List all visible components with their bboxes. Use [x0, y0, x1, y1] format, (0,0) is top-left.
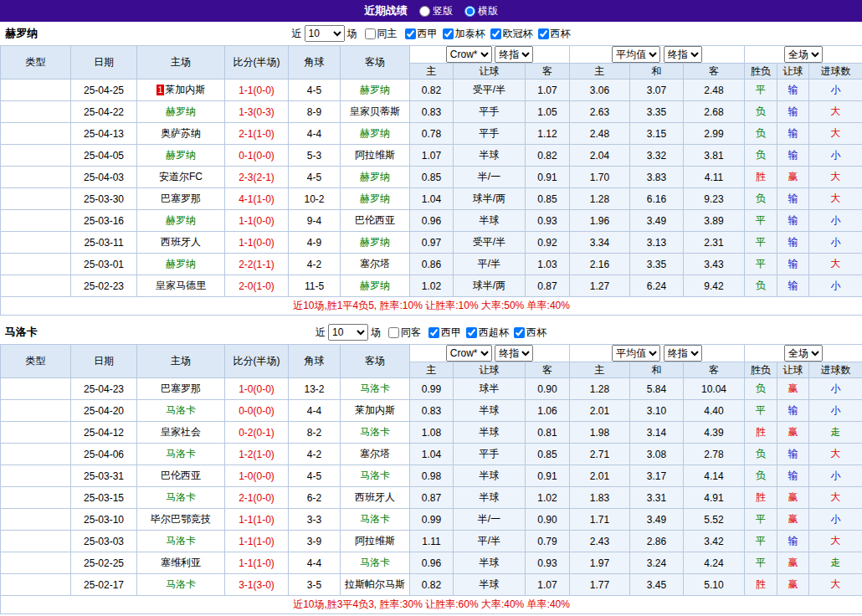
same-venue-checkbox[interactable]	[388, 327, 399, 338]
away-team-name[interactable]: 阿拉维斯	[355, 149, 395, 161]
same-venue-option[interactable]: 同客	[388, 326, 421, 340]
vertical-layout-option[interactable]: 竖版	[419, 4, 453, 18]
home-team-cell[interactable]: 巴塞罗那	[137, 188, 225, 210]
score-cell[interactable]: 0-1(0-0)	[225, 145, 289, 167]
score-cell[interactable]: 1-1(1-0)	[225, 531, 289, 552]
vertical-layout-radio[interactable]	[419, 6, 430, 17]
home-team-cell[interactable]: 1莱加内斯	[137, 80, 225, 101]
avg-stage-select[interactable]: 终指	[664, 345, 702, 362]
away-team-cell[interactable]: 赫罗纳	[341, 80, 410, 101]
away-team-name[interactable]: 赫罗纳	[360, 127, 390, 139]
score-cell[interactable]: 4-1(1-0)	[225, 188, 289, 210]
league-checkbox-option[interactable]: 西甲	[428, 326, 461, 340]
avg-source-select[interactable]: 平均值	[612, 345, 660, 362]
away-team-cell[interactable]: 马洛卡	[341, 378, 410, 400]
home-team-name[interactable]: 马洛卡	[166, 404, 196, 416]
league-checkbox[interactable]	[490, 28, 501, 39]
away-team-cell[interactable]: 马洛卡	[341, 465, 410, 487]
score-cell[interactable]: 0-0(0-0)	[225, 400, 289, 422]
away-team-name[interactable]: 塞尔塔	[360, 258, 390, 270]
away-team-name[interactable]: 塞尔塔	[360, 448, 390, 459]
score-cell[interactable]: 1-0(0-0)	[225, 378, 289, 400]
avg-stage-select[interactable]: 终指	[664, 46, 702, 63]
league-checkbox[interactable]	[428, 327, 439, 338]
away-team-cell[interactable]: 皇家贝蒂斯	[341, 101, 410, 123]
away-team-cell[interactable]: 马洛卡	[341, 422, 410, 444]
away-team-cell[interactable]: 阿拉维斯	[341, 145, 410, 167]
home-team-cell[interactable]: 赫罗纳	[137, 101, 225, 123]
home-team-name[interactable]: 赫罗纳	[166, 258, 196, 270]
league-checkbox[interactable]	[405, 28, 416, 39]
home-team-cell[interactable]: 塞维利亚	[137, 552, 225, 574]
same-venue-checkbox[interactable]	[365, 28, 376, 39]
away-team-cell[interactable]: 巴伦西亚	[341, 210, 410, 232]
away-team-name[interactable]: 赫罗纳	[360, 84, 390, 95]
odds-source-select[interactable]: Crow*	[446, 46, 492, 63]
away-team-name[interactable]: 皇家贝蒂斯	[350, 105, 400, 117]
score-cell[interactable]: 2-2(1-1)	[225, 254, 289, 275]
league-checkbox-option[interactable]: 西杯	[538, 27, 571, 41]
away-team-name[interactable]: 赫罗纳	[360, 236, 390, 248]
away-team-cell[interactable]: 赫罗纳	[341, 188, 410, 210]
home-team-name[interactable]: 巴塞罗那	[161, 382, 201, 394]
away-team-name[interactable]: 赫罗纳	[360, 192, 390, 204]
home-team-cell[interactable]: 皇家社会	[137, 422, 225, 444]
home-team-name[interactable]: 马洛卡	[166, 578, 196, 590]
home-team-cell[interactable]: 奥萨苏纳	[137, 123, 225, 145]
home-team-name[interactable]: 赫罗纳	[166, 105, 196, 117]
home-team-name[interactable]: 塞维利亚	[161, 557, 201, 568]
home-team-cell[interactable]: 赫罗纳	[137, 145, 225, 167]
scope-select[interactable]: 全场	[784, 345, 823, 362]
home-team-cell[interactable]: 马洛卡	[137, 444, 225, 465]
odds-stage-select[interactable]: 终指	[495, 46, 533, 63]
home-team-name[interactable]: 皇家社会	[161, 426, 201, 438]
home-team-cell[interactable]: 皇家马德里	[137, 275, 225, 297]
away-team-name[interactable]: 马洛卡	[360, 382, 390, 394]
league-checkbox-option[interactable]: 西杯	[514, 326, 546, 340]
away-team-name[interactable]: 巴伦西亚	[355, 214, 395, 226]
away-team-name[interactable]: 马洛卡	[360, 513, 390, 525]
home-team-name[interactable]: 毕尔巴鄂竞技	[151, 513, 211, 525]
home-team-name[interactable]: 皇家马德里	[156, 280, 206, 291]
odds-stage-select[interactable]: 终指	[495, 345, 533, 362]
score-cell[interactable]: 1-2(1-0)	[225, 444, 289, 465]
home-team-cell[interactable]: 赫罗纳	[137, 210, 225, 232]
away-team-cell[interactable]: 马洛卡	[341, 552, 410, 574]
away-team-cell[interactable]: 赫罗纳	[341, 123, 410, 145]
away-team-cell[interactable]: 拉斯帕尔马斯	[341, 574, 410, 596]
odds-source-select[interactable]: Crow*	[446, 345, 492, 362]
score-cell[interactable]: 2-3(2-1)	[225, 167, 289, 188]
home-team-cell[interactable]: 巴伦西亚	[137, 465, 225, 487]
away-team-cell[interactable]: 马洛卡	[341, 509, 410, 531]
home-team-name[interactable]: 赫罗纳	[166, 214, 196, 226]
home-team-name[interactable]: 莱加内斯	[165, 84, 205, 95]
away-team-name[interactable]: 马洛卡	[360, 470, 390, 481]
avg-source-select[interactable]: 平均值	[612, 46, 660, 63]
home-team-cell[interactable]: 马洛卡	[137, 400, 225, 422]
league-checkbox-option[interactable]: 西甲	[405, 27, 438, 41]
score-cell[interactable]: 2-0(1-0)	[225, 275, 289, 297]
home-team-name[interactable]: 巴伦西亚	[161, 470, 201, 481]
home-team-cell[interactable]: 巴塞罗那	[137, 378, 225, 400]
home-team-name[interactable]: 马洛卡	[166, 535, 196, 547]
away-team-name[interactable]: 阿拉维斯	[355, 535, 395, 547]
away-team-name[interactable]: 莱加内斯	[355, 404, 395, 416]
score-cell[interactable]: 0-2(0-1)	[225, 422, 289, 444]
home-team-name[interactable]: 巴塞罗那	[161, 192, 201, 204]
score-cell[interactable]: 1-3(0-3)	[225, 101, 289, 123]
score-cell[interactable]: 1-1(1-0)	[225, 509, 289, 531]
away-team-cell[interactable]: 莱加内斯	[341, 400, 410, 422]
away-team-name[interactable]: 马洛卡	[360, 426, 390, 438]
away-team-cell[interactable]: 西班牙人	[341, 487, 410, 509]
home-team-cell[interactable]: 西班牙人	[137, 232, 225, 254]
score-cell[interactable]: 1-0(0-0)	[225, 465, 289, 487]
away-team-name[interactable]: 赫罗纳	[360, 171, 390, 182]
away-team-name[interactable]: 西班牙人	[355, 491, 395, 503]
home-team-cell[interactable]: 马洛卡	[137, 531, 225, 552]
league-checkbox[interactable]	[443, 28, 454, 39]
home-team-cell[interactable]: 毕尔巴鄂竞技	[137, 509, 225, 531]
score-cell[interactable]: 3-1(3-0)	[225, 574, 289, 596]
home-team-cell[interactable]: 安道尔FC	[137, 167, 225, 188]
away-team-cell[interactable]: 塞尔塔	[341, 444, 410, 465]
score-cell[interactable]: 1-1(1-0)	[225, 552, 289, 574]
